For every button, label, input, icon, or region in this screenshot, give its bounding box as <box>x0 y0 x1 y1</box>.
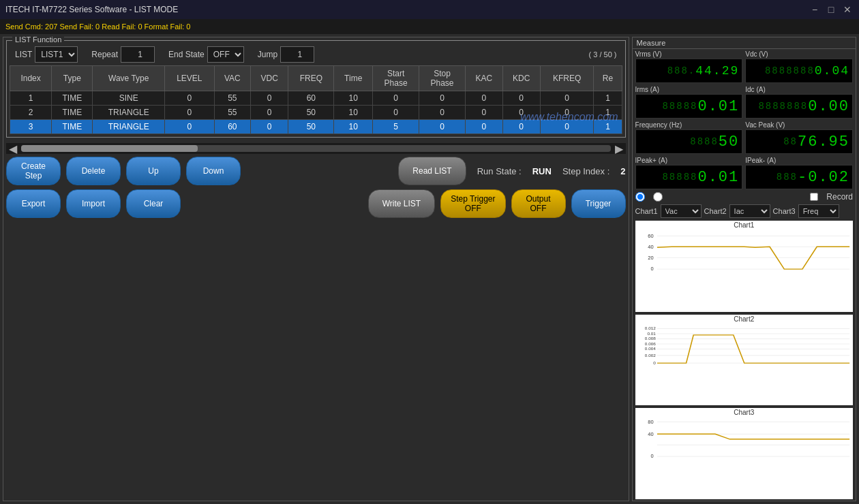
ipeakneg-value: -0.02 <box>798 169 849 186</box>
chart1-select[interactable]: VacIacFreqVdcIdc <box>661 204 702 218</box>
delete-button[interactable]: Delete <box>66 157 121 185</box>
chart3-title: Chart3 <box>635 408 853 417</box>
chart2-container: Chart2 0.012 0.01 0.008 0.006 0.004 0.00… <box>635 315 853 406</box>
titlebar: ITECH IT-M7722 Series Software - LIST MO… <box>0 0 859 19</box>
svg-text:0.004: 0.004 <box>644 347 656 351</box>
table-row[interactable]: 2TIMETRIANGLE05505010000001 <box>10 106 622 120</box>
ipeakneg-cell: IPeak- (A) 888-0.02 <box>745 157 853 189</box>
horizontal-scrollbar[interactable]: ◀ ▶ <box>6 143 626 154</box>
col-index: Index <box>10 66 52 91</box>
vacpeak-value: 76.95 <box>798 133 849 151</box>
chart2-select-label: Chart2 <box>704 207 727 215</box>
minimize-button[interactable]: − <box>809 3 821 16</box>
list-table: Index Type Wave Type LEVEL VAC VDC FREQ … <box>10 65 622 134</box>
list-select[interactable]: LIST1 LIST2 LIST3 <box>35 46 78 63</box>
col-kac: KAC <box>466 66 502 91</box>
export-button[interactable]: Export <box>6 189 61 218</box>
vacpeak-display: 8876.95 <box>745 129 853 154</box>
freq-cell: Frequency (Hz) 888850 <box>635 121 743 154</box>
create-step-button[interactable]: Create Step <box>6 157 61 185</box>
col-level: LEVEL <box>164 66 214 91</box>
step-index-label: Step Index : <box>562 166 609 176</box>
vrms-display: 888.44.29 <box>635 59 743 83</box>
end-state-select[interactable]: OFF ON <box>207 46 244 63</box>
jump-label: Jump <box>258 50 277 59</box>
down-button[interactable]: Down <box>186 157 241 185</box>
list-controls: LIST LIST1 LIST2 LIST3 Repeat End State … <box>10 44 622 65</box>
vacpeak-cell: Vac Peak (V) 8876.95 <box>745 121 853 154</box>
vdc-value: 0.04 <box>815 64 849 78</box>
col-vdc: VDC <box>250 66 288 91</box>
vdc-cell: Vdc (V) 88888880.04 <box>745 50 853 83</box>
write-list-button[interactable]: Write LIST <box>368 189 435 218</box>
idc-cell: Idc (A) 88888880.00 <box>745 86 853 119</box>
right-panel: Measure Vrms (V) 888.44.29 Vdc (V) 88888… <box>632 37 856 501</box>
ipeakneg-label: IPeak- (A) <box>745 157 853 164</box>
chart1-svg: 60 40 20 0 <box>635 230 853 281</box>
import-button[interactable]: Import <box>66 189 121 218</box>
vdc-display: 88888880.04 <box>745 59 853 83</box>
step-index-value: 2 <box>620 166 625 176</box>
col-vac: VAC <box>214 66 250 91</box>
ipeakpos-value: 0.01 <box>697 169 739 186</box>
close-button[interactable]: ✕ <box>841 3 854 16</box>
table-row[interactable]: 3TIMETRIANGLE06005010500001 <box>10 120 622 134</box>
clear-button[interactable]: Clear <box>126 189 181 218</box>
chart2-select[interactable]: VacIacFreqVdcIdc <box>729 204 770 218</box>
up-button[interactable]: Up <box>126 157 181 185</box>
radio-button-2[interactable] <box>653 192 663 202</box>
svg-text:0: 0 <box>650 266 653 271</box>
vdc-label: Vdc (V) <box>745 50 853 58</box>
trigger-button[interactable]: Trigger <box>571 189 626 218</box>
chart3-select[interactable]: VacIacFreqVdcIdc <box>798 204 839 218</box>
table-row[interactable]: 1TIMESINE05506010000001 <box>10 91 622 106</box>
col-type: Type <box>52 66 93 91</box>
svg-text:20: 20 <box>648 255 653 260</box>
ipeakpos-cell: IPeak+ (A) 888880.01 <box>635 157 743 189</box>
col-kdc: KDC <box>502 66 540 91</box>
col-stop-phase: StopPhase <box>419 66 466 91</box>
irms-value: 0.01 <box>697 98 739 115</box>
scroll-right-icon[interactable]: ▶ <box>612 142 626 155</box>
chart1-container: Chart1 60 40 20 0 <box>635 221 853 312</box>
buttons-row1: Create Step Delete Up Down Read LIST Run… <box>6 157 626 185</box>
scroll-left-icon[interactable]: ◀ <box>6 142 20 155</box>
irms-cell: Irms (A) 888880.01 <box>635 86 743 119</box>
table-header-row: Index Type Wave Type LEVEL VAC VDC FREQ … <box>10 66 622 91</box>
svg-text:0.006: 0.006 <box>644 342 656 346</box>
col-time: Time <box>334 66 373 91</box>
irms-idc-row: Irms (A) 888880.01 Idc (A) 88888880.00 <box>633 84 856 120</box>
read-list-button[interactable]: Read LIST <box>398 157 466 185</box>
jump-input[interactable] <box>280 46 314 63</box>
radio-button-1[interactable] <box>635 192 645 202</box>
radio-record-row: Record <box>633 191 856 203</box>
freq-value: 50 <box>719 133 739 151</box>
end-state-label: End State <box>168 50 205 59</box>
idc-display: 88888880.00 <box>745 94 853 119</box>
vrms-value: 44.29 <box>695 64 739 78</box>
ipeakneg-display: 888-0.02 <box>745 165 853 189</box>
svg-text:60: 60 <box>648 234 653 239</box>
table-body: 1TIMESINE055060100000012TIMETRIANGLE0550… <box>10 91 622 134</box>
list-function-label: LIST Function <box>12 35 64 44</box>
repeat-input[interactable] <box>121 46 155 63</box>
col-wave-type: Wave Type <box>93 66 165 91</box>
window-controls[interactable]: − □ ✕ <box>809 3 854 16</box>
vrms-vdc-row: Vrms (V) 888.44.29 Vdc (V) 88888880.04 <box>633 49 856 84</box>
ipeakpos-ipeakneg-row: IPeak+ (A) 888880.01 IPeak- (A) 888-0.02 <box>633 155 856 191</box>
output-button[interactable]: Output OFF <box>511 189 566 218</box>
bottom-area: ◀ ▶ Create Step Delete Up Down Read LIST… <box>3 140 629 221</box>
record-checkbox[interactable] <box>810 193 818 201</box>
step-trigger-button[interactable]: Step Trigger OFF <box>440 189 505 218</box>
maximize-button[interactable]: □ <box>825 3 837 16</box>
svg-text:40: 40 <box>648 245 653 250</box>
chart2-svg: 0.012 0.01 0.008 0.006 0.004 0.002 0 <box>635 324 853 375</box>
freq-vacpeak-row: Frequency (Hz) 888850 Vac Peak (V) 8876.… <box>633 120 856 155</box>
vrms-cell: Vrms (V) 888.44.29 <box>635 50 743 83</box>
freq-label: Frequency (Hz) <box>635 121 743 129</box>
list-label: LIST <box>15 50 32 59</box>
svg-text:80: 80 <box>648 420 653 425</box>
irms-label: Irms (A) <box>635 86 743 93</box>
col-freq: FREQ <box>288 66 334 91</box>
chart3-svg: 80 40 0 <box>635 417 853 468</box>
